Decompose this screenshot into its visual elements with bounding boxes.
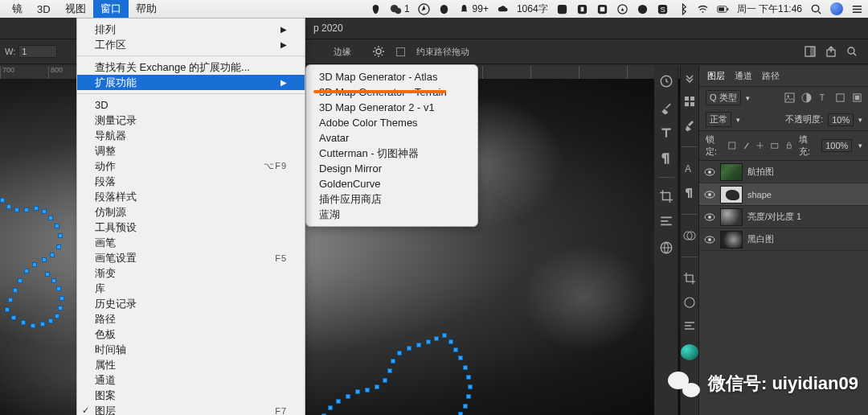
menu-item[interactable]: 时间轴	[77, 342, 305, 357]
safari-icon[interactable]	[616, 3, 628, 15]
type-icon[interactable]	[659, 125, 674, 140]
visibility-icon[interactable]	[704, 189, 715, 200]
filter-smart-icon[interactable]	[852, 92, 862, 103]
globe-icon[interactable]	[659, 240, 674, 255]
selection-handle[interactable]	[336, 399, 341, 404]
menu-item[interactable]: 扩展功能▶	[77, 75, 305, 90]
submenu-item[interactable]: 蓝湖	[306, 207, 477, 222]
panel-toggle-icon[interactable]	[804, 45, 817, 58]
menu-item[interactable]: 视图	[58, 0, 93, 18]
search-icon[interactable]	[810, 3, 822, 15]
submenu-item[interactable]: Avatar	[306, 130, 477, 146]
overlay-icon[interactable]	[682, 229, 697, 242]
selection-handle[interactable]	[0, 198, 5, 203]
selection-handle[interactable]	[55, 314, 59, 318]
selection-handle[interactable]	[45, 272, 50, 277]
selection-handle[interactable]	[383, 378, 387, 383]
selection-handle[interactable]	[407, 346, 411, 351]
selection-handle[interactable]	[58, 233, 63, 238]
layer-row[interactable]: shape	[699, 183, 868, 206]
menu-item[interactable]: 色板	[77, 327, 305, 342]
visibility-icon[interactable]	[704, 212, 715, 223]
selection-handle[interactable]	[21, 320, 26, 325]
lock-position-icon[interactable]	[743, 141, 751, 150]
width-input[interactable]	[18, 45, 57, 58]
lock-all-icon[interactable]	[785, 141, 793, 150]
selection-handle[interactable]	[42, 257, 47, 262]
menu-item[interactable]: 排列▶	[77, 22, 305, 37]
visibility-icon[interactable]	[704, 234, 715, 245]
selection-handle[interactable]	[448, 339, 453, 344]
control-center-icon[interactable]	[851, 3, 863, 15]
filter-image-icon[interactable]	[784, 92, 795, 103]
menu-item[interactable]: 导航器	[77, 128, 305, 143]
status-square-icon[interactable]	[576, 3, 588, 15]
menu-item[interactable]: 测量记录	[77, 113, 305, 128]
fill-input[interactable]: 100%	[821, 139, 852, 152]
selection-handle[interactable]	[458, 355, 463, 360]
menu-item[interactable]: ✓图层F7	[77, 403, 305, 415]
selection-handle[interactable]	[18, 278, 23, 283]
selection-handle[interactable]	[48, 318, 53, 323]
status-s-icon[interactable]: S	[657, 3, 669, 15]
lock-pixels-icon[interactable]	[728, 141, 736, 150]
selection-handle[interactable]	[50, 253, 55, 257]
selection-handle[interactable]	[48, 216, 53, 220]
selection-handle[interactable]	[6, 204, 11, 209]
selection-handle[interactable]	[34, 206, 39, 211]
menu-item[interactable]: 动作⌥F9	[77, 158, 305, 174]
selection-handle[interactable]	[24, 269, 29, 273]
selection-handle[interactable]	[365, 388, 370, 392]
visibility-icon[interactable]	[704, 166, 715, 178]
siri-icon[interactable]	[830, 2, 843, 15]
expand-icon[interactable]	[682, 71, 697, 84]
bluetooth-icon[interactable]	[677, 3, 689, 15]
selection-handle[interactable]	[40, 322, 45, 327]
menu-item[interactable]: 渐变	[77, 265, 305, 281]
selection-handle[interactable]	[59, 296, 64, 301]
selection-handle[interactable]	[8, 298, 13, 302]
globe-panel-icon[interactable]	[682, 296, 697, 309]
wifi-icon[interactable]	[697, 3, 709, 15]
selection-handle[interactable]	[42, 209, 47, 214]
menu-item[interactable]: 段落	[77, 174, 305, 189]
wechat-status-icon[interactable]: 1	[390, 3, 410, 15]
blend-mode-select[interactable]: 正常	[706, 112, 731, 127]
lock-move-icon[interactable]	[756, 141, 764, 150]
selection-handle[interactable]	[346, 394, 350, 399]
selection-handle[interactable]	[58, 306, 63, 310]
menu-item[interactable]: 属性	[77, 357, 305, 372]
layer-row[interactable]: 黑白图	[699, 228, 868, 251]
submenu-item[interactable]: GoldenCurve	[306, 176, 477, 191]
align-panel-icon[interactable]	[682, 320, 697, 333]
selection-handle[interactable]	[466, 394, 471, 399]
menu-item[interactable]: 画笔	[77, 235, 305, 250]
layer-row[interactable]: 航拍图	[699, 161, 868, 183]
selection-handle[interactable]	[397, 351, 402, 355]
brush-icon[interactable]	[659, 100, 674, 114]
crop-icon[interactable]	[659, 189, 674, 203]
apple-menu-icon[interactable]	[370, 3, 382, 15]
submenu-item[interactable]: 3D Map Generator - Atlas	[306, 69, 477, 84]
selection-handle[interactable]	[387, 368, 392, 373]
tab-paths[interactable]: 路径	[762, 70, 780, 82]
qq-icon[interactable]	[438, 3, 450, 15]
selection-handle[interactable]	[426, 339, 431, 344]
selection-handle[interactable]	[328, 405, 333, 410]
layer-row[interactable]: 亮度/对比度 1	[699, 206, 868, 228]
selection-handle[interactable]	[453, 347, 458, 352]
menu-item[interactable]: 调整	[77, 143, 305, 158]
status-square-icon[interactable]	[556, 3, 568, 15]
menu-item[interactable]: 3D	[77, 97, 305, 113]
selection-handle[interactable]	[434, 336, 439, 341]
selection-handle[interactable]	[463, 365, 468, 370]
menu-item[interactable]: 通道	[77, 372, 305, 388]
selection-handle[interactable]	[55, 224, 59, 228]
tab-layers[interactable]: 图层	[707, 70, 725, 82]
constrain-checkbox[interactable]	[396, 47, 405, 56]
crop-panel-icon[interactable]	[682, 272, 697, 285]
notification-badge[interactable]: 99+	[458, 3, 489, 15]
battery-icon[interactable]	[717, 3, 729, 15]
selection-handle[interactable]	[11, 315, 16, 320]
menu-item[interactable]: 历史记录	[77, 296, 305, 311]
